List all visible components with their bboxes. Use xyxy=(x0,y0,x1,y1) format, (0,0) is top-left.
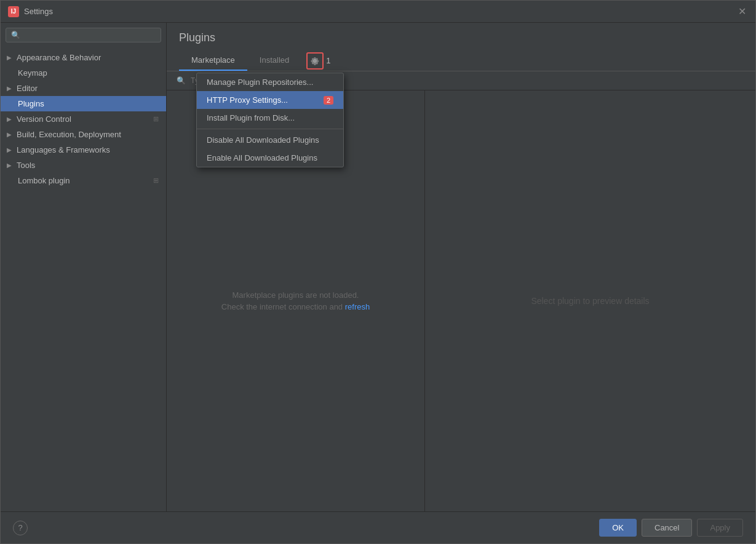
main-content: 🔍 ▶ Appearance & Behavior Keymap ▶ Edito… xyxy=(1,23,755,511)
arrow-icon: ▶ xyxy=(7,131,12,138)
sidebar-item-label: Version Control xyxy=(17,114,71,124)
sidebar: 🔍 ▶ Appearance & Behavior Keymap ▶ Edito… xyxy=(1,23,167,511)
search-icon: 🔍 xyxy=(11,31,20,39)
dropdown-item-http-proxy[interactable]: HTTP Proxy Settings... 2 xyxy=(197,91,343,109)
arrow-icon: ▶ xyxy=(7,54,12,61)
sidebar-search-box[interactable]: 🔍 xyxy=(6,28,161,42)
sidebar-item-label: Languages & Frameworks xyxy=(17,145,110,154)
dropdown-item-disable-all[interactable]: Disable All Downloaded Plugins xyxy=(197,131,343,149)
sidebar-item-label: Editor xyxy=(17,84,38,93)
sidebar-item-languages[interactable]: ▶ Languages & Frameworks xyxy=(1,142,166,158)
sidebar-item-label: Plugins xyxy=(18,99,44,108)
empty-state-line1: Marketplace plugins are not loaded. xyxy=(233,290,359,300)
arrow-icon: ▶ xyxy=(7,116,12,122)
sidebar-nav: ▶ Appearance & Behavior Keymap ▶ Editor … xyxy=(1,47,166,511)
footer: ? OK Cancel Apply xyxy=(1,511,755,543)
tab-marketplace[interactable]: Marketplace xyxy=(179,50,247,71)
dropdown-item-label: HTTP Proxy Settings... xyxy=(207,95,288,105)
tabs-row: Marketplace Installed 1 Manage Plugin Re… xyxy=(179,50,743,71)
help-button[interactable]: ? xyxy=(13,521,28,535)
window-title: Settings xyxy=(24,7,736,16)
help-icon: ? xyxy=(18,523,22,532)
footer-right: OK Cancel Apply xyxy=(599,519,743,537)
apply-button[interactable]: Apply xyxy=(697,519,743,537)
app-icon: IJ xyxy=(8,6,19,17)
plugin-detail-panel: Select plugin to preview details xyxy=(425,90,755,511)
gear-badge: 1 xyxy=(326,56,330,65)
empty-state-line2: Check the internet connection and refres… xyxy=(221,302,370,311)
sidebar-item-plugins[interactable]: Plugins xyxy=(1,96,166,111)
sidebar-item-build[interactable]: ▶ Build, Execution, Deployment xyxy=(1,127,166,142)
gear-dropdown-menu: Manage Plugin Repositories... HTTP Proxy… xyxy=(196,73,344,167)
sidebar-item-editor[interactable]: ▶ Editor xyxy=(1,81,166,96)
dropdown-item-enable-all[interactable]: Enable All Downloaded Plugins xyxy=(197,149,343,167)
sidebar-item-label: Appearance & Behavior xyxy=(17,53,101,62)
sidebar-item-version-control[interactable]: ▶ Version Control ⊞ xyxy=(1,111,166,127)
arrow-icon: ▶ xyxy=(7,85,12,92)
settings-window: IJ Settings ✕ 🔍 ▶ Appearance & Behavior … xyxy=(0,0,756,544)
sidebar-item-appearance[interactable]: ▶ Appearance & Behavior xyxy=(1,50,166,65)
sidebar-item-tools[interactable]: ▶ Tools xyxy=(1,158,166,173)
title-bar: IJ Settings ✕ xyxy=(1,1,755,23)
panel-title: Plugins xyxy=(179,31,743,44)
sidebar-item-label: Keymap xyxy=(18,68,47,78)
dropdown-item-manage-repos[interactable]: Manage Plugin Repositories... xyxy=(197,73,343,91)
settings-icon: ⊞ xyxy=(153,115,159,123)
gear-button[interactable] xyxy=(306,52,324,70)
footer-left: ? xyxy=(13,521,28,535)
close-button[interactable]: ✕ xyxy=(736,6,748,18)
dropdown-item-install-disk[interactable]: Install Plugin from Disk... xyxy=(197,109,343,127)
sidebar-item-label: Build, Execution, Deployment xyxy=(17,130,121,139)
arrow-icon: ▶ xyxy=(7,162,12,169)
cancel-button[interactable]: Cancel xyxy=(642,519,692,537)
dropdown-divider xyxy=(197,129,343,129)
ok-button[interactable]: OK xyxy=(599,519,637,537)
sidebar-item-keymap[interactable]: Keymap xyxy=(1,65,166,81)
sidebar-item-label: Tools xyxy=(17,161,35,170)
detail-placeholder-text: Select plugin to preview details xyxy=(531,296,649,306)
sidebar-item-lombok[interactable]: Lombok plugin ⊞ xyxy=(1,173,166,188)
plugin-search-icon: 🔍 xyxy=(177,76,186,85)
empty-state-text: Check the internet connection and xyxy=(221,302,345,311)
tab-installed[interactable]: Installed xyxy=(247,50,301,71)
sidebar-search-input[interactable] xyxy=(24,31,156,39)
panel-header: Plugins Marketplace Installed 1 Manage P… xyxy=(167,23,755,71)
arrow-icon: ▶ xyxy=(7,146,12,153)
main-panel: Plugins Marketplace Installed 1 Manage P… xyxy=(167,23,755,511)
settings-icon: ⊞ xyxy=(153,177,159,185)
sidebar-item-label: Lombok plugin xyxy=(18,176,70,185)
http-proxy-badge: 2 xyxy=(324,96,333,105)
refresh-link[interactable]: refresh xyxy=(345,302,370,311)
